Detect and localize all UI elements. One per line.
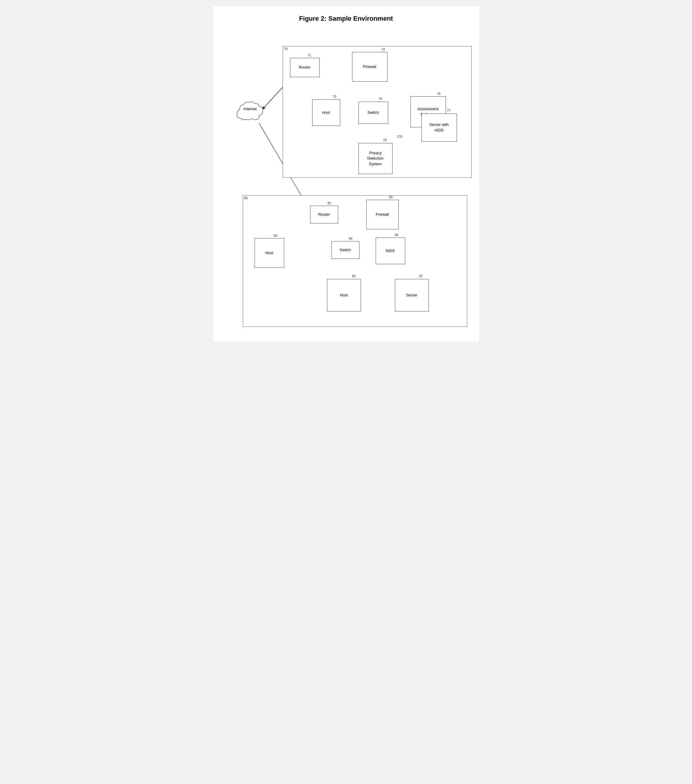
network-80-label: 80 (244, 196, 248, 200)
switch-84-number: 84 (349, 237, 353, 240)
page-title: Figure 2: Sample Environment (225, 15, 467, 23)
host-86-label: Host (340, 293, 348, 298)
host-83-box: Host (255, 238, 284, 268)
server-77-number: 77 (447, 109, 451, 112)
switch-74-label: Switch (367, 110, 379, 115)
page: Figure 2: Sample Environment (213, 6, 479, 342)
privacy-76-box: PrivacyDetectionSystem (358, 143, 393, 174)
switch-84-box: Switch (331, 241, 360, 259)
firewall-72-box: Firewall (352, 52, 388, 82)
firewall-82-number: 82 (389, 195, 393, 199)
switch-74-box: Switch (358, 102, 388, 124)
server-77-label: Server withHIDS (429, 122, 449, 133)
firewall-72-label: Firewall (363, 64, 376, 69)
nids-85-label: NIDS (386, 248, 395, 254)
diagram: Internet 70 Router 71 Firewall 72 Host 7… (225, 31, 467, 333)
router-81-label: Router (318, 212, 330, 217)
label-178: 178 (397, 135, 402, 138)
network-70-label: 70 (284, 47, 288, 51)
router-81-number: 81 (328, 201, 331, 205)
switch-74-number: 74 (379, 97, 382, 100)
router-81-box: Router (310, 206, 338, 223)
firewall-72-number: 72 (381, 48, 385, 51)
host-73-box: Host (312, 99, 340, 126)
host-73-number: 73 (333, 95, 336, 99)
internet-cloud: Internet (234, 99, 266, 124)
server-77-box: Server withHIDS (421, 114, 457, 142)
router-71-number: 71 (308, 53, 311, 57)
host-83-number: 83 (274, 234, 277, 237)
host-73-label: Host (322, 110, 330, 115)
privacy-76-number: 76 (383, 138, 386, 142)
host-83-label: Host (265, 250, 273, 255)
assessment-75-number: 75 (437, 92, 441, 96)
nids-85-box: NIDS (376, 237, 405, 264)
host-86-box: Host (327, 279, 361, 311)
server-87-label: Server (406, 293, 418, 298)
firewall-82-label: Firewall (376, 212, 389, 217)
router-71-box: Router (290, 58, 320, 77)
nids-85-number: 85 (395, 233, 398, 237)
server-87-box: Server (395, 279, 429, 311)
server-87-number: 87 (419, 274, 423, 278)
router-71-label: Router (299, 65, 311, 70)
privacy-76-label: PrivacyDetectionSystem (367, 150, 384, 167)
host-86-number: 86 (352, 274, 356, 278)
firewall-82-box: Firewall (366, 200, 399, 229)
switch-84-label: Switch (340, 247, 351, 253)
internet-label: Internet (234, 107, 266, 111)
